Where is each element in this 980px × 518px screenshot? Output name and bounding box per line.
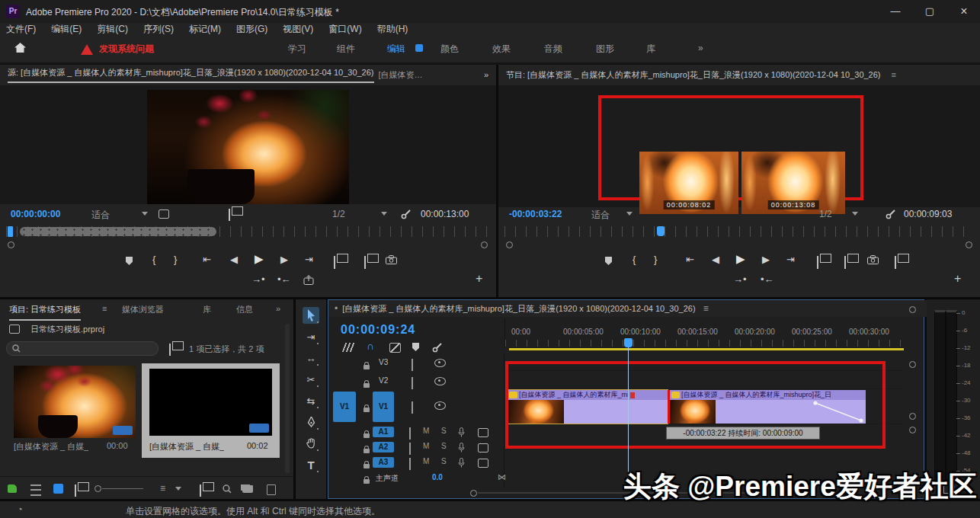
program-button-editor-plus-icon[interactable]: +: [954, 272, 961, 286]
tab-media-browser[interactable]: 媒体浏览器: [122, 304, 164, 315]
tab-info[interactable]: 信息: [236, 304, 253, 315]
master-level-value[interactable]: 0.0: [432, 473, 443, 481]
program-step-back-icon[interactable]: ◀: [712, 254, 719, 265]
timeline-settings-wrench-icon[interactable]: [432, 342, 443, 353]
track-header-a2[interactable]: A2 M S: [328, 440, 504, 456]
program-settings-wrench-icon[interactable]: [886, 209, 896, 219]
freeform-view-icon[interactable]: [75, 484, 76, 497]
menu-window[interactable]: 窗口(W): [328, 23, 361, 36]
project-tabs-overflow-icon[interactable]: »: [276, 304, 280, 313]
menu-edit[interactable]: 编辑(E): [51, 23, 82, 36]
goto-next-marker-icon[interactable]: →•: [251, 273, 265, 285]
playhead-line[interactable]: [628, 347, 629, 480]
project-item-video-thumbnail[interactable]: [14, 366, 136, 438]
track-lock-icon[interactable]: [363, 408, 370, 412]
program-resolution-chevron-icon[interactable]: [852, 212, 858, 219]
program-goto-prev-marker-icon[interactable]: •←: [761, 273, 774, 285]
program-step-forward-icon[interactable]: ▶: [762, 254, 770, 265]
program-goto-in-icon[interactable]: ⇤: [686, 254, 694, 265]
track-output-eye-icon[interactable]: [434, 401, 446, 410]
program-resolution-select[interactable]: 1/2: [819, 209, 832, 219]
overwrite-icon[interactable]: [364, 256, 366, 269]
program-play-button-icon[interactable]: ▶: [736, 252, 745, 266]
program-goto-next-marker-icon[interactable]: →•: [733, 273, 747, 285]
source-zoom-scrollbar[interactable]: [20, 227, 216, 236]
track-lock-icon[interactable]: [363, 383, 370, 388]
warning-triangle-icon[interactable]: [81, 44, 93, 55]
track-select-forward-tool[interactable]: ⇥: [303, 328, 319, 345]
extract-icon[interactable]: [844, 256, 846, 269]
step-forward-icon[interactable]: ▶: [280, 254, 288, 265]
preview-card-icon[interactable]: [169, 344, 171, 356]
razor-tool[interactable]: ✂: [303, 371, 319, 388]
menu-view[interactable]: 视图(V): [283, 23, 313, 36]
menu-markers[interactable]: 标记(M): [189, 23, 221, 36]
system-issue-warning[interactable]: 发现系统问题: [99, 43, 154, 56]
source-zoom-chevron-icon[interactable]: [142, 212, 148, 219]
program-mark-in-icon[interactable]: {: [633, 254, 636, 265]
source-settings-wrench-icon[interactable]: [401, 209, 412, 219]
track-target-a1[interactable]: A1: [373, 427, 394, 437]
goto-in-icon[interactable]: ⇤: [203, 254, 211, 265]
trim-edit-point[interactable]: [668, 390, 670, 424]
sync-lock-icon[interactable]: [412, 401, 413, 414]
automate-to-sequence-icon[interactable]: [200, 484, 201, 497]
program-panel-menu-icon[interactable]: ≡: [892, 70, 896, 79]
sync-lock-icon[interactable]: [412, 359, 413, 371]
sort-icon[interactable]: ≡: [160, 483, 165, 494]
fit-sequence-icon[interactable]: ⋈: [498, 472, 506, 482]
timeline-current-timecode[interactable]: 00:00:09:24: [341, 323, 415, 337]
ripple-edit-tool[interactable]: ↔: [303, 350, 319, 366]
program-scrubber-ruler[interactable]: [504, 226, 974, 237]
project-item-video-label-row[interactable]: [自媒体资源 _ 自媒_ 00:00: [14, 441, 139, 453]
program-goto-out-icon[interactable]: ⇥: [786, 254, 795, 265]
source-scroll-left-handle[interactable]: [8, 241, 14, 248]
selection-tool[interactable]: [303, 307, 319, 324]
source-patch-v1[interactable]: V1: [333, 392, 356, 422]
goto-prev-marker-icon[interactable]: •←: [277, 273, 291, 285]
home-icon[interactable]: [14, 42, 27, 53]
source-resolution-chevron-icon[interactable]: [381, 212, 387, 219]
tab-graphics[interactable]: 图形: [596, 43, 614, 56]
track-output-eye-icon[interactable]: [434, 377, 446, 385]
workspace-overflow-icon[interactable]: »: [698, 43, 703, 53]
track-lock-icon[interactable]: [363, 479, 370, 484]
pen-tool[interactable]: [303, 414, 319, 430]
comparison-view-icon[interactable]: [895, 256, 896, 269]
timeline-scroll-handle[interactable]: [909, 427, 916, 433]
thumbnail-size-slider-handle[interactable]: [94, 485, 101, 492]
timeline-scroll-handle[interactable]: [909, 361, 916, 368]
search-input[interactable]: [6, 341, 159, 356]
project-vertical-scrollbar[interactable]: [285, 324, 290, 473]
project-item-sequence-selected[interactable]: [自媒体资源 _ 自媒_ 00:02: [142, 363, 280, 458]
sync-lock-icon[interactable]: [409, 458, 411, 470]
timeline-add-marker-icon[interactable]: [412, 343, 419, 351]
track-lock-icon[interactable]: [363, 449, 370, 453]
settings-grid-button[interactable]: [229, 209, 230, 221]
menu-file[interactable]: 文件(F): [6, 23, 36, 36]
source-scrubber-ruler[interactable]: [6, 226, 489, 237]
program-tab[interactable]: 节目: [自媒体资源 _ 自媒体人的素材库_mishupro]花_日落_浪漫(1…: [506, 69, 881, 81]
mark-in-icon[interactable]: {: [152, 254, 155, 265]
mute-button[interactable]: M: [423, 442, 429, 450]
source-tabs-overflow-icon[interactable]: »: [484, 70, 488, 79]
menu-help[interactable]: 帮助(H): [377, 23, 408, 36]
tab-editing[interactable]: 编辑: [387, 43, 405, 56]
program-current-timecode[interactable]: -00:00:03:22: [509, 209, 562, 219]
track-lock-icon[interactable]: [363, 464, 370, 468]
minimize-button[interactable]: —: [884, 3, 907, 20]
source-current-timecode[interactable]: 00:00:00:00: [11, 209, 60, 219]
track-target-a3[interactable]: A3: [373, 457, 394, 468]
track-target-a2[interactable]: A2: [373, 442, 394, 452]
program-export-frame-camera-icon[interactable]: [867, 255, 879, 264]
timeline-tab[interactable]: [自媒体资源 _ 自媒体人的素材库_mishupro]花_日落_浪漫(1920 …: [342, 303, 695, 315]
tab-libraries-panel[interactable]: 库: [203, 304, 211, 315]
source-scroll-right-handle[interactable]: [481, 241, 488, 248]
goto-out-icon[interactable]: ⇥: [305, 254, 313, 265]
breadcrumb[interactable]: 日常练习模板.prproj: [30, 324, 104, 335]
program-scroll-left-handle[interactable]: [506, 241, 513, 248]
icon-view-icon-active[interactable]: [53, 484, 63, 494]
tab-project[interactable]: 项目: 日常练习模板: [9, 304, 81, 321]
tab-libraries[interactable]: 库: [646, 43, 655, 56]
source-zoom-select[interactable]: 适合: [91, 209, 110, 222]
